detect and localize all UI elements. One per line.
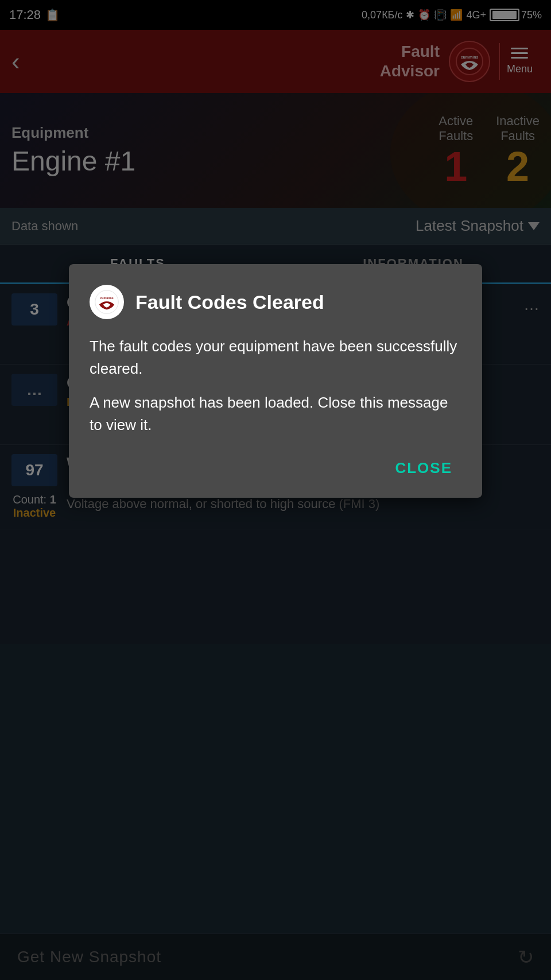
modal-logo: cummins — [90, 285, 124, 319]
modal-close-button[interactable]: CLOSE — [386, 455, 461, 482]
svg-text:cummins: cummins — [100, 296, 113, 300]
modal-body-line1: The fault codes your equipment have been… — [90, 335, 461, 380]
modal-title: Fault Codes Cleared — [135, 291, 324, 313]
modal-overlay: cummins Fault Codes Cleared The fault co… — [0, 0, 551, 980]
modal-footer: CLOSE — [90, 455, 461, 482]
modal-body: The fault codes your equipment have been… — [90, 335, 461, 436]
modal-header: cummins Fault Codes Cleared — [90, 285, 461, 319]
modal-dialog: cummins Fault Codes Cleared The fault co… — [69, 264, 482, 498]
modal-body-line2: A new snapshot has been loaded. Close th… — [90, 392, 461, 436]
